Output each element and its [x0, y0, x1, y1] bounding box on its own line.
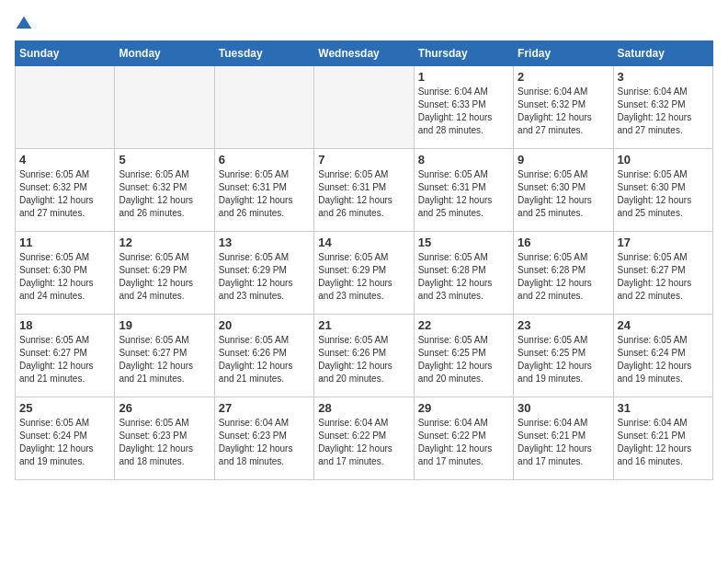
day-number: 16	[518, 236, 609, 249]
page-header	[15, 15, 713, 33]
calendar-day-cell: 4Sunrise: 6:05 AM Sunset: 6:32 PM Daylig…	[16, 149, 115, 232]
day-info: Sunrise: 6:05 AM Sunset: 6:30 PM Dayligh…	[518, 168, 609, 220]
day-number: 20	[219, 318, 310, 332]
logo-icon	[15, 15, 33, 33]
day-info: Sunrise: 6:05 AM Sunset: 6:32 PM Dayligh…	[19, 168, 110, 220]
calendar-day-cell: 1Sunrise: 6:04 AM Sunset: 6:33 PM Daylig…	[414, 66, 513, 149]
day-info: Sunrise: 6:04 AM Sunset: 6:21 PM Dayligh…	[518, 417, 609, 468]
calendar-day-cell: 17Sunrise: 6:05 AM Sunset: 6:27 PM Dayli…	[613, 232, 712, 315]
calendar-table: SundayMondayTuesdayWednesdayThursdayFrid…	[15, 40, 713, 480]
day-info: Sunrise: 6:05 AM Sunset: 6:30 PM Dayligh…	[618, 168, 709, 220]
calendar-header-row: SundayMondayTuesdayWednesdayThursdayFrid…	[16, 41, 713, 66]
day-info: Sunrise: 6:05 AM Sunset: 6:23 PM Dayligh…	[119, 417, 210, 468]
day-info: Sunrise: 6:05 AM Sunset: 6:31 PM Dayligh…	[219, 168, 310, 220]
day-info: Sunrise: 6:05 AM Sunset: 6:28 PM Dayligh…	[418, 251, 509, 303]
day-info: Sunrise: 6:05 AM Sunset: 6:25 PM Dayligh…	[418, 334, 509, 385]
day-info: Sunrise: 6:04 AM Sunset: 6:22 PM Dayligh…	[318, 417, 409, 468]
day-info: Sunrise: 6:05 AM Sunset: 6:31 PM Dayligh…	[418, 168, 509, 220]
calendar-day-cell: 11Sunrise: 6:05 AM Sunset: 6:30 PM Dayli…	[16, 232, 115, 315]
day-number: 21	[318, 318, 409, 332]
day-number: 9	[518, 153, 609, 167]
day-number: 31	[618, 401, 709, 415]
day-number: 12	[119, 236, 210, 249]
calendar-day-cell: 30Sunrise: 6:04 AM Sunset: 6:21 PM Dayli…	[514, 397, 613, 480]
day-number: 19	[119, 318, 210, 332]
calendar-day-cell: 21Sunrise: 6:05 AM Sunset: 6:26 PM Dayli…	[314, 315, 414, 397]
calendar-day-cell: 20Sunrise: 6:05 AM Sunset: 6:26 PM Dayli…	[214, 315, 313, 397]
calendar-day-cell: 2Sunrise: 6:04 AM Sunset: 6:32 PM Daylig…	[514, 66, 613, 149]
day-number: 30	[518, 401, 609, 415]
day-number: 14	[318, 236, 409, 249]
day-of-week-header: Sunday	[16, 41, 115, 66]
day-info: Sunrise: 6:04 AM Sunset: 6:32 PM Dayligh…	[518, 86, 609, 137]
calendar-day-cell: 18Sunrise: 6:05 AM Sunset: 6:27 PM Dayli…	[16, 315, 115, 397]
day-info: Sunrise: 6:05 AM Sunset: 6:30 PM Dayligh…	[19, 251, 110, 303]
day-number: 15	[418, 236, 509, 249]
day-of-week-header: Wednesday	[314, 41, 414, 66]
day-number: 27	[219, 401, 310, 415]
calendar-week-row: 25Sunrise: 6:05 AM Sunset: 6:24 PM Dayli…	[16, 397, 713, 480]
day-number: 7	[318, 153, 409, 167]
calendar-day-cell: 9Sunrise: 6:05 AM Sunset: 6:30 PM Daylig…	[514, 149, 613, 232]
day-info: Sunrise: 6:04 AM Sunset: 6:22 PM Dayligh…	[418, 417, 509, 468]
day-info: Sunrise: 6:04 AM Sunset: 6:21 PM Dayligh…	[618, 417, 709, 468]
day-info: Sunrise: 6:05 AM Sunset: 6:29 PM Dayligh…	[119, 251, 210, 303]
calendar-day-cell	[314, 66, 414, 149]
calendar-day-cell: 8Sunrise: 6:05 AM Sunset: 6:31 PM Daylig…	[414, 149, 513, 232]
calendar-day-cell: 19Sunrise: 6:05 AM Sunset: 6:27 PM Dayli…	[115, 315, 214, 397]
day-number: 10	[618, 153, 709, 167]
calendar-day-cell: 13Sunrise: 6:05 AM Sunset: 6:29 PM Dayli…	[214, 232, 313, 315]
calendar-day-cell: 26Sunrise: 6:05 AM Sunset: 6:23 PM Dayli…	[115, 397, 214, 480]
day-number: 4	[19, 153, 110, 167]
day-number: 8	[418, 153, 509, 167]
calendar-day-cell: 31Sunrise: 6:04 AM Sunset: 6:21 PM Dayli…	[613, 397, 712, 480]
day-number: 13	[219, 236, 310, 249]
calendar-day-cell: 28Sunrise: 6:04 AM Sunset: 6:22 PM Dayli…	[314, 397, 414, 480]
day-number: 18	[19, 318, 110, 332]
calendar-week-row: 11Sunrise: 6:05 AM Sunset: 6:30 PM Dayli…	[16, 232, 713, 315]
day-number: 28	[318, 401, 409, 415]
day-number: 2	[518, 70, 609, 84]
day-of-week-header: Friday	[514, 41, 613, 66]
calendar-day-cell: 5Sunrise: 6:05 AM Sunset: 6:32 PM Daylig…	[115, 149, 214, 232]
calendar-week-row: 4Sunrise: 6:05 AM Sunset: 6:32 PM Daylig…	[16, 149, 713, 232]
day-info: Sunrise: 6:05 AM Sunset: 6:26 PM Dayligh…	[219, 334, 310, 385]
calendar-day-cell: 14Sunrise: 6:05 AM Sunset: 6:29 PM Dayli…	[314, 232, 414, 315]
day-info: Sunrise: 6:05 AM Sunset: 6:29 PM Dayligh…	[318, 251, 409, 303]
calendar-day-cell: 22Sunrise: 6:05 AM Sunset: 6:25 PM Dayli…	[414, 315, 513, 397]
calendar-day-cell	[16, 66, 115, 149]
day-number: 25	[19, 401, 110, 415]
calendar-day-cell: 12Sunrise: 6:05 AM Sunset: 6:29 PM Dayli…	[115, 232, 214, 315]
day-info: Sunrise: 6:05 AM Sunset: 6:29 PM Dayligh…	[219, 251, 310, 303]
day-number: 5	[119, 153, 210, 167]
day-number: 6	[219, 153, 310, 167]
day-info: Sunrise: 6:04 AM Sunset: 6:23 PM Dayligh…	[219, 417, 310, 468]
day-info: Sunrise: 6:05 AM Sunset: 6:26 PM Dayligh…	[318, 334, 409, 385]
day-number: 23	[518, 318, 609, 332]
calendar-day-cell: 24Sunrise: 6:05 AM Sunset: 6:24 PM Dayli…	[613, 315, 712, 397]
day-number: 24	[618, 318, 709, 332]
day-info: Sunrise: 6:05 AM Sunset: 6:32 PM Dayligh…	[119, 168, 210, 220]
day-info: Sunrise: 6:04 AM Sunset: 6:32 PM Dayligh…	[618, 86, 709, 137]
day-info: Sunrise: 6:05 AM Sunset: 6:27 PM Dayligh…	[19, 334, 110, 385]
calendar-day-cell: 25Sunrise: 6:05 AM Sunset: 6:24 PM Dayli…	[16, 397, 115, 480]
day-info: Sunrise: 6:04 AM Sunset: 6:33 PM Dayligh…	[418, 86, 509, 137]
svg-marker-0	[17, 17, 32, 29]
calendar-day-cell: 27Sunrise: 6:04 AM Sunset: 6:23 PM Dayli…	[214, 397, 313, 480]
day-number: 26	[119, 401, 210, 415]
day-number: 22	[418, 318, 509, 332]
day-number: 1	[418, 70, 509, 84]
calendar-day-cell: 3Sunrise: 6:04 AM Sunset: 6:32 PM Daylig…	[613, 66, 712, 149]
day-info: Sunrise: 6:05 AM Sunset: 6:25 PM Dayligh…	[518, 334, 609, 385]
calendar-day-cell: 15Sunrise: 6:05 AM Sunset: 6:28 PM Dayli…	[414, 232, 513, 315]
calendar-day-cell: 10Sunrise: 6:05 AM Sunset: 6:30 PM Dayli…	[613, 149, 712, 232]
day-number: 3	[618, 70, 709, 84]
day-number: 29	[418, 401, 509, 415]
calendar-day-cell	[115, 66, 214, 149]
day-info: Sunrise: 6:05 AM Sunset: 6:28 PM Dayligh…	[518, 251, 609, 303]
day-info: Sunrise: 6:05 AM Sunset: 6:31 PM Dayligh…	[318, 168, 409, 220]
day-info: Sunrise: 6:05 AM Sunset: 6:24 PM Dayligh…	[618, 334, 709, 385]
calendar-day-cell: 7Sunrise: 6:05 AM Sunset: 6:31 PM Daylig…	[314, 149, 414, 232]
day-of-week-header: Monday	[115, 41, 214, 66]
logo	[15, 15, 37, 33]
